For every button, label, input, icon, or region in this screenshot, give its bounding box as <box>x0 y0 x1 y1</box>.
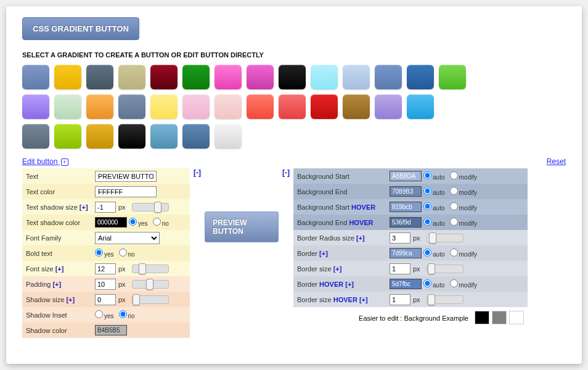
font-family-select[interactable]: Arial <box>95 232 160 244</box>
auto-radio[interactable] <box>423 279 431 287</box>
gradient-swatch[interactable] <box>86 65 113 89</box>
expand-icon[interactable]: [+] <box>55 265 64 273</box>
number-input[interactable] <box>95 294 116 305</box>
gradient-swatch[interactable] <box>214 65 242 89</box>
gradient-swatch[interactable] <box>118 94 145 119</box>
gradient-swatch[interactable] <box>22 124 49 149</box>
yes-radio[interactable] <box>95 249 103 257</box>
gradient-swatch[interactable] <box>22 65 49 89</box>
number-input[interactable] <box>390 232 410 244</box>
slider-thumb[interactable] <box>133 294 140 305</box>
gradient-swatch[interactable] <box>150 94 178 119</box>
gradient-swatch[interactable] <box>54 65 81 89</box>
gradient-swatch[interactable] <box>343 65 370 89</box>
background-example-swatch[interactable] <box>475 311 489 324</box>
modify-radio[interactable] <box>450 202 458 210</box>
gradient-swatch[interactable] <box>375 94 402 119</box>
edit-button-link[interactable]: Edit button + <box>22 157 68 166</box>
gradient-swatch[interactable] <box>375 65 402 89</box>
gradient-swatch[interactable] <box>407 94 434 119</box>
gradient-swatch[interactable] <box>86 94 113 119</box>
yes-radio[interactable] <box>95 310 103 318</box>
color-box[interactable]: 7089B3 <box>390 186 422 197</box>
slider-thumb[interactable] <box>139 263 146 274</box>
collapse-left-toggle[interactable]: [-] <box>194 168 201 177</box>
auto-radio[interactable] <box>423 249 431 257</box>
slider-track[interactable] <box>427 295 463 304</box>
gradient-swatch[interactable] <box>150 65 178 89</box>
number-input[interactable] <box>390 294 410 305</box>
number-input[interactable] <box>95 202 116 213</box>
reset-link[interactable]: Reset <box>547 157 566 166</box>
expand-icon[interactable]: [+] <box>52 281 61 288</box>
auto-radio[interactable] <box>423 187 431 195</box>
text-input[interactable] <box>95 171 157 182</box>
no-radio[interactable] <box>119 249 127 257</box>
slider-track[interactable] <box>427 265 463 273</box>
expand-icon[interactable]: [+] <box>359 296 368 303</box>
color-box[interactable]: 819bcb <box>390 202 422 212</box>
color-box[interactable]: 5d7fbc <box>390 279 422 289</box>
gradient-swatch[interactable] <box>118 124 145 149</box>
color-box[interactable]: 7d99ca <box>390 248 422 258</box>
expand-icon[interactable]: [+] <box>80 204 88 211</box>
gradient-swatch[interactable] <box>86 124 113 149</box>
no-radio[interactable] <box>119 310 127 318</box>
gradient-swatch[interactable] <box>54 124 81 149</box>
gradient-swatch[interactable] <box>118 65 145 89</box>
collapse-right-toggle[interactable]: [-] <box>282 168 290 177</box>
gradient-swatch[interactable] <box>439 65 466 89</box>
gradient-swatch[interactable] <box>182 124 210 149</box>
expand-icon[interactable]: [+] <box>356 234 365 242</box>
gradient-swatch[interactable] <box>214 124 242 149</box>
gradient-swatch[interactable] <box>247 94 274 119</box>
slider-thumb[interactable] <box>428 294 435 305</box>
color-box[interactable]: B4B5B5 <box>95 325 127 335</box>
slider-track[interactable] <box>132 203 169 212</box>
expand-icon[interactable]: [+] <box>345 281 354 288</box>
slider-thumb[interactable] <box>146 279 153 290</box>
slider-track[interactable] <box>132 295 169 304</box>
yes-radio[interactable] <box>129 218 137 226</box>
slider-thumb[interactable] <box>429 232 436 244</box>
number-input[interactable] <box>95 279 116 290</box>
css-gradient-top-button[interactable]: CSS GRADIENT BUTTON <box>22 17 139 40</box>
preview-button[interactable]: PREVIEW BUTTON <box>205 212 279 242</box>
expand-icon[interactable]: [+] <box>333 265 342 273</box>
color-box[interactable]: A5B8DA <box>390 171 422 181</box>
slider-track[interactable] <box>427 234 463 242</box>
modify-radio[interactable] <box>450 187 458 195</box>
gradient-swatch[interactable] <box>279 94 306 119</box>
gradient-swatch[interactable] <box>22 94 49 119</box>
gradient-swatch[interactable] <box>343 94 370 119</box>
text-input[interactable] <box>95 186 157 197</box>
modify-radio[interactable] <box>450 279 458 287</box>
gradient-swatch[interactable] <box>182 65 210 89</box>
auto-radio[interactable] <box>423 171 431 179</box>
expand-icon[interactable]: [+] <box>66 296 75 303</box>
gradient-swatch[interactable] <box>214 94 242 119</box>
auto-radio[interactable] <box>423 218 431 226</box>
color-box[interactable]: 000000 <box>95 217 127 228</box>
slider-thumb[interactable] <box>154 202 161 213</box>
gradient-swatch[interactable] <box>182 94 210 119</box>
modify-radio[interactable] <box>450 171 458 179</box>
gradient-swatch[interactable] <box>247 65 274 89</box>
gradient-swatch[interactable] <box>407 65 434 89</box>
no-radio[interactable] <box>153 218 161 226</box>
color-box[interactable]: 536f9d <box>390 217 422 228</box>
slider-thumb[interactable] <box>428 263 435 274</box>
gradient-swatch[interactable] <box>54 94 81 119</box>
auto-radio[interactable] <box>423 202 431 210</box>
modify-radio[interactable] <box>450 249 458 257</box>
slider-track[interactable] <box>132 265 169 273</box>
slider-track[interactable] <box>132 280 169 289</box>
background-example-swatch[interactable] <box>492 311 507 324</box>
background-example-swatch[interactable] <box>509 311 524 324</box>
gradient-swatch[interactable] <box>279 65 306 89</box>
number-input[interactable] <box>95 263 116 274</box>
expand-icon[interactable]: [+] <box>319 250 328 257</box>
gradient-swatch[interactable] <box>150 124 178 149</box>
modify-radio[interactable] <box>450 218 458 226</box>
gradient-swatch[interactable] <box>311 94 338 119</box>
